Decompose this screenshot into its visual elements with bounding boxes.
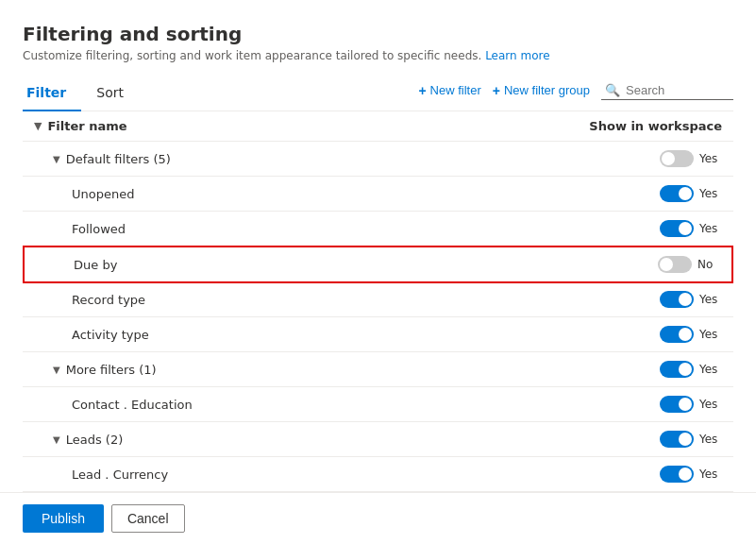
workspace-default-filters: Yes	[571, 150, 722, 167]
toggle-unopened[interactable]	[660, 185, 694, 202]
slider-record-type	[660, 291, 694, 308]
plus-icon-filter: +	[418, 83, 426, 98]
page-title: Filtering and sorting	[23, 23, 733, 45]
tabs-left: Filter Sort	[23, 77, 139, 110]
label-activity-type: Yes	[699, 328, 722, 341]
toggle-followed[interactable]	[660, 220, 694, 237]
toggle-lead-currency[interactable]	[660, 466, 694, 483]
workspace-more-filters: Yes	[571, 361, 722, 378]
workspace-due-by: No	[569, 256, 720, 273]
row-followed: Followed Yes	[23, 212, 733, 246]
new-filter-button[interactable]: + New filter	[418, 83, 480, 98]
plus-icon-group: +	[493, 83, 500, 98]
toggle-leads[interactable]	[660, 431, 694, 448]
row-more-filters: ▼ More filters (1) Yes	[23, 352, 733, 387]
row-default-filters: ▼ Default filters (5) Yes	[23, 142, 733, 177]
tabs-right: + New filter + New filter group 🔍	[418, 81, 733, 108]
filter-table: ▼ Filter name Show in workspace ▼ Defaul…	[23, 111, 733, 527]
workspace-leads: Yes	[571, 431, 722, 448]
workspace-activity-type: Yes	[571, 326, 722, 343]
row-leads: ▼ Leads (2) Yes	[23, 422, 733, 457]
slider-more-filters	[660, 361, 694, 378]
workspace-contact-education: Yes	[571, 396, 722, 413]
row-record-type: Record type Yes	[23, 282, 733, 317]
search-box: 🔍	[601, 81, 733, 100]
col-chevron-header: ▼	[34, 120, 42, 132]
page-container: Filtering and sorting Customize filterin…	[0, 0, 756, 527]
tabs-row: Filter Sort + New filter + New filter gr…	[23, 77, 733, 111]
learn-more-link[interactable]: Learn more	[485, 49, 549, 62]
page-subtitle: Customize filtering, sorting and work it…	[23, 49, 733, 62]
workspace-lead-currency: Yes	[571, 466, 722, 483]
new-filter-group-button[interactable]: + New filter group	[493, 83, 590, 98]
slider-contact-education	[660, 396, 694, 413]
toggle-more-filters[interactable]	[660, 361, 694, 378]
slider-unopened	[660, 185, 694, 202]
slider-due-by	[658, 256, 692, 273]
chevron-more-filters[interactable]: ▼	[53, 365, 60, 375]
label-followed: Yes	[699, 222, 722, 235]
row-unopened: Unopened Yes	[23, 177, 733, 212]
footer: Publish Cancel	[0, 492, 756, 544]
slider-lead-currency	[660, 466, 694, 483]
label-unopened: Yes	[699, 187, 722, 200]
label-record-type: Yes	[699, 293, 722, 306]
workspace-followed: Yes	[571, 220, 722, 237]
toggle-record-type[interactable]	[660, 291, 694, 308]
slider-leads	[660, 431, 694, 448]
publish-button[interactable]: Publish	[23, 504, 104, 533]
chevron-default-filters[interactable]: ▼	[53, 154, 60, 164]
label-leads: Yes	[699, 433, 722, 446]
slider-default-filters	[660, 150, 694, 167]
cancel-button[interactable]: Cancel	[111, 504, 185, 533]
label-lead-currency: Yes	[699, 468, 722, 481]
slider-followed	[660, 220, 694, 237]
label-default-filters: Yes	[699, 152, 722, 165]
table-header: ▼ Filter name Show in workspace	[23, 111, 733, 142]
row-activity-type: Activity type Yes	[23, 317, 733, 352]
search-input[interactable]	[626, 83, 730, 97]
label-contact-education: Yes	[699, 398, 722, 411]
workspace-record-type: Yes	[571, 291, 722, 308]
row-contact-education: Contact . Education Yes	[23, 387, 733, 422]
toggle-activity-type[interactable]	[660, 326, 694, 343]
row-lead-currency: Lead . Currency Yes	[23, 457, 733, 492]
row-due-by: Due by No	[23, 246, 733, 283]
col-filter-name: ▼ Filter name	[34, 119, 571, 133]
search-icon: 🔍	[605, 83, 620, 97]
col-show-workspace: Show in workspace	[571, 119, 722, 133]
chevron-leads[interactable]: ▼	[53, 434, 60, 445]
workspace-unopened: Yes	[571, 185, 722, 202]
tab-filter[interactable]: Filter	[23, 77, 81, 111]
slider-activity-type	[660, 326, 694, 343]
label-due-by: No	[697, 258, 720, 271]
label-more-filters: Yes	[699, 363, 722, 376]
toggle-contact-education[interactable]	[660, 396, 694, 413]
tab-sort[interactable]: Sort	[81, 77, 139, 111]
toggle-due-by[interactable]	[658, 256, 692, 273]
toggle-default-filters[interactable]	[660, 150, 694, 167]
